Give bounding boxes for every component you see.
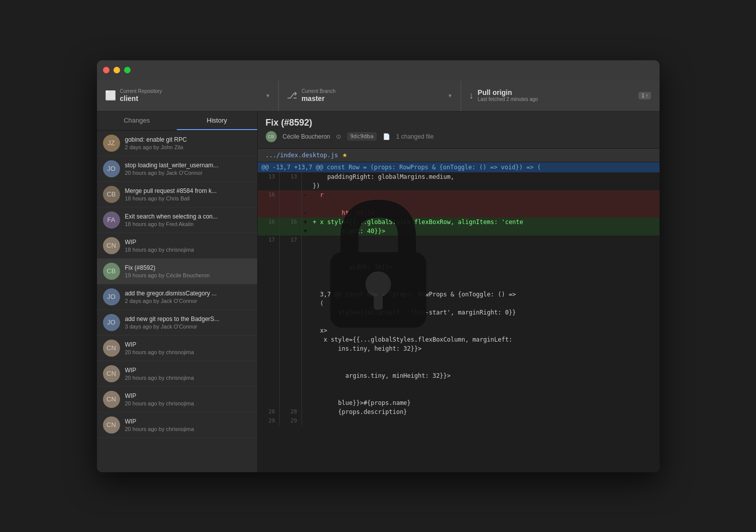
repo-chevron-icon: ▼ [265,93,270,98]
commit-meta: 18 hours ago by chrisnojima [125,247,251,253]
list-item[interactable]: CN WIP 20 hours ago by chrisnojima [97,336,257,361]
commit-info: WIP 18 hours ago by chrisnojima [125,239,251,253]
avatar: CN [103,391,120,408]
commit-info: WIP 20 hours ago by chrisnojima [125,418,251,432]
maximize-button[interactable] [124,67,131,73]
commit-hash: 9dc9dba [347,132,376,141]
list-item[interactable]: CB Merge pull request #8584 from k... 18… [97,182,257,207]
list-item[interactable]: FA Exit search when selecting a con... 1… [97,207,257,233]
pull-origin-section[interactable]: ↓ Pull origin Last fetched 2 minutes ago… [461,80,660,111]
commit-title: WIP [125,239,251,246]
pull-label: Pull origin [478,88,634,96]
minimize-button[interactable] [114,67,120,73]
toolbar: ⬜ Current Repository client ▼ ⎇ Current … [97,80,660,112]
table-row: 17 17 [258,236,660,245]
diff-sign [302,344,309,353]
table-row: 16 - r [258,190,660,208]
line-content: eight: 40}}> [309,227,660,236]
diff-sign: - [302,208,309,218]
current-repository-section[interactable]: ⬜ Current Repository client ▼ [97,80,279,111]
commit-info: WIP 20 hours ago by chrisnojima [125,367,251,381]
commit-meta: 20 hours ago by chrisnojima [125,375,251,381]
diff-sign: + [302,218,309,227]
line-content: r [309,190,660,208]
file-path: .../index.desktop.js [266,152,339,159]
table-row: argins.tiny, minHeight: 32}}> [258,371,660,380]
line-num-right [280,263,302,272]
commit-info: Merge pull request #8584 from k... 18 ho… [125,187,251,201]
app-window: ⬜ Current Repository client ▼ ⎇ Current … [97,60,660,472]
diff-sign [302,326,309,335]
line-content: argins.tiny, minHeight: 32}}> [309,371,660,380]
commit-meta: 19 hours ago by Cécile Boucheron [125,272,251,278]
avatar: CN [103,237,120,254]
line-content [309,245,660,263]
line-num-left [258,208,280,218]
close-button[interactable] [103,67,110,73]
list-item[interactable]: JO add the gregor.dismissCategory ... 2 … [97,284,257,310]
branch-icon: ⎇ [287,90,297,101]
commit-title: Merge pull request #8584 from k... [125,187,251,194]
table-row: x style={{...globalStyles.flexBoxColumn,… [258,335,660,344]
line-num-right: 13 [280,172,302,181]
table-row: 29 29 [258,416,660,425]
line-num-right: 28 [280,407,302,416]
commit-meta: 18 hours ago by Chris Ball [125,195,251,201]
table-row: 28 28 {props.description} [258,407,660,416]
main-panel: Fix (#8592) CB Cécile Boucheron ⊙ 9dc9db… [258,112,660,472]
repo-text: Current Repository client [120,88,262,102]
current-branch-section[interactable]: ⎇ Current Branch master ▼ [279,80,461,111]
list-item[interactable]: CN WIP 20 hours ago by chrisnojima [97,412,257,438]
line-content [309,416,660,425]
commit-info: Exit search when selecting a con... 18 h… [125,213,251,227]
line-num-right [280,398,302,407]
line-num-right [280,190,302,208]
list-item[interactable]: JO stop loading last_writer_usernam... 2… [97,156,257,182]
line-num-left [258,353,280,371]
list-item[interactable]: CN WIP 20 hours ago by chrisnojima [97,361,257,387]
content-area: Changes History JZ gobind: enable git RP… [97,112,660,472]
avatar: CN [103,340,120,357]
list-item[interactable]: CN WIP 18 hours ago by chrisnojima [97,233,257,259]
list-item[interactable]: CN WIP 20 hours ago by chrisnojima [97,387,257,412]
commit-title-large: Fix (#8592) [266,118,652,128]
line-content: {props.description} [309,407,660,416]
diff-sign [302,263,309,272]
tab-history[interactable]: History [177,112,257,130]
line-num-right [280,208,302,218]
list-item[interactable]: JO add new git repos to the BadgerS... 3… [97,310,257,336]
table-row: - ht: 40}}> [258,208,660,218]
table-row: + eight: 40}}> [258,227,660,236]
line-num-left [258,181,280,190]
tab-changes[interactable]: Changes [97,112,177,130]
diff-sign [302,380,309,398]
line-content [309,272,660,290]
line-num-right [280,299,302,308]
commit-info: add new git repos to the BadgerS... 3 da… [125,315,251,330]
diff-sign [302,236,309,245]
line-num-right: 16 [280,218,302,227]
line-content [309,353,660,371]
line-num-left [258,308,280,317]
list-item[interactable]: JZ gobind: enable git RPC 2 days ago by … [97,131,257,156]
line-num-right [280,353,302,371]
line-num-right [280,245,302,263]
pull-text: Pull origin Last fetched 2 minutes ago [478,88,634,102]
list-item[interactable]: CB Fix (#8592) 19 hours ago by Cécile Bo… [97,259,257,284]
table-row: 16 16 + + x style={{...globalStyles.flex… [258,218,660,227]
line-num-left [258,326,280,335]
table-row: ins.tiny, height: 32}}> [258,344,660,353]
line-num-left [258,263,280,272]
line-num-left [258,335,280,344]
title-bar [97,60,660,80]
avatar: FA [103,211,120,229]
diff-sign [302,398,309,407]
diff-area[interactable]: @@ -13,7 +13,7 @@ const Row = (props: Ro… [258,162,660,472]
diff-header: @@ -13,7 +13,7 @@ const Row = (props: Ro… [258,162,660,172]
repo-label: Current Repository [120,88,262,94]
line-num-right: 29 [280,416,302,425]
commit-meta: 3 days ago by Jack O'Connor [125,324,251,330]
line-num-right [280,371,302,380]
table-row: width: 16}}> [258,263,660,272]
diff-sign [302,290,309,299]
